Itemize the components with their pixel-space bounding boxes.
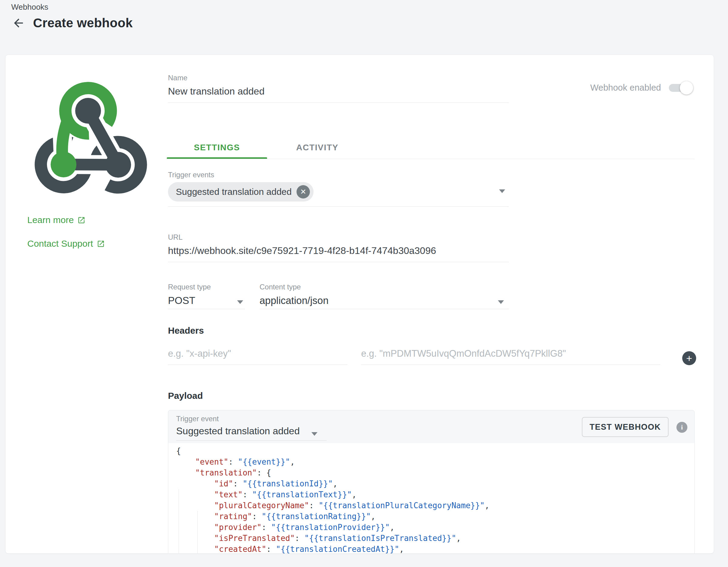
payload-panel-header: Trigger event Suggested translation adde… [168,410,694,443]
payload-panel: Trigger event Suggested translation adde… [168,410,695,554]
learn-more-link[interactable]: Learn more [27,215,86,225]
info-icon[interactable]: i [676,422,687,433]
url-label: URL [168,233,509,242]
external-link-icon [97,240,105,248]
payload-heading: Payload [168,391,203,401]
content-type-label: Content type [260,283,509,291]
code-line: "event": "{{event}}", [176,456,694,467]
payload-code: { "event": "{{event}}", "translation": {… [176,445,694,554]
code-line: "pluralCategoryName": "{{translationPlur… [176,500,694,511]
code-line: "translation": { [176,467,694,478]
indent-guide [197,511,198,554]
name-label: Name [168,74,509,82]
contact-support-link[interactable]: Contact Support [27,239,105,249]
test-webhook-button[interactable]: TEST WEBHOOK [582,417,669,437]
add-header-button[interactable]: + [682,351,696,365]
learn-more-label: Learn more [27,215,74,225]
external-link-icon [77,216,86,224]
tabs-divider [167,159,695,159]
url-field: URL [168,233,509,262]
back-button[interactable] [11,16,26,30]
chevron-down-icon [311,432,317,436]
code-line: { [176,445,694,456]
code-line: "id": "{{translationId}}", [176,478,694,489]
name-input[interactable] [168,86,509,102]
toggle-thumb [680,81,693,95]
arrow-left-icon [12,16,25,30]
code-line: "text": "{{translationText}}", [176,489,694,500]
tabs: SETTINGS ACTIVITY [167,136,367,159]
header-key-field [168,346,347,365]
url-input[interactable] [168,245,509,262]
tab-settings[interactable]: SETTINGS [167,136,267,159]
header-key-input[interactable] [168,346,347,364]
chip-remove-button[interactable]: ✕ [297,185,310,199]
title-row: Create webhook [11,16,133,30]
request-type-select[interactable]: Request type POST [168,283,245,309]
trigger-event-value: Suggested translation added [176,425,327,437]
request-type-label: Request type [168,283,245,291]
page-title: Create webhook [33,16,133,30]
contact-support-label: Contact Support [27,239,93,249]
trigger-event-label: Trigger event [176,414,327,423]
tab-activity[interactable]: ACTIVITY [267,136,367,159]
headers-heading: Headers [168,325,204,336]
chevron-down-icon[interactable] [499,190,505,193]
request-type-value: POST [168,295,245,309]
chip-label: Suggested translation added [176,187,292,197]
trigger-event-select[interactable]: Trigger event Suggested translation adde… [176,414,327,441]
trigger-events-field[interactable]: Trigger events Suggested translation add… [168,171,509,207]
header-value-field [361,346,660,365]
code-line: "rating": "{{translationRating}}", [176,511,694,522]
code-line: "provider": "{{translationProvider}}", [176,522,694,533]
trigger-events-label: Trigger events [168,171,509,179]
payload-code-editor[interactable]: { "event": "{{event}}", "translation": {… [168,443,694,554]
indent-guide [179,489,179,554]
breadcrumb[interactable]: Webhooks [11,2,48,12]
code-line: "createdAt": "{{translationCreatedAt}}", [176,544,694,554]
webhook-enabled-toggle[interactable] [669,84,692,92]
content-type-value: application/json [260,295,509,309]
chevron-down-icon [237,300,243,304]
webhook-card: Learn more Contact Support Name Webhook … [5,55,714,554]
code-line: "isPreTranslated": "{{translationIsPreTr… [176,533,694,544]
webhook-enabled-row: Webhook enabled [590,83,692,93]
name-field: Name [168,74,509,103]
trigger-event-chip: Suggested translation added ✕ [168,182,314,202]
content-type-select[interactable]: Content type application/json [260,283,509,309]
webhook-enabled-label: Webhook enabled [590,83,661,93]
webhook-logo-icon [27,76,149,195]
header-value-input[interactable] [361,346,660,364]
chevron-down-icon [498,300,504,304]
